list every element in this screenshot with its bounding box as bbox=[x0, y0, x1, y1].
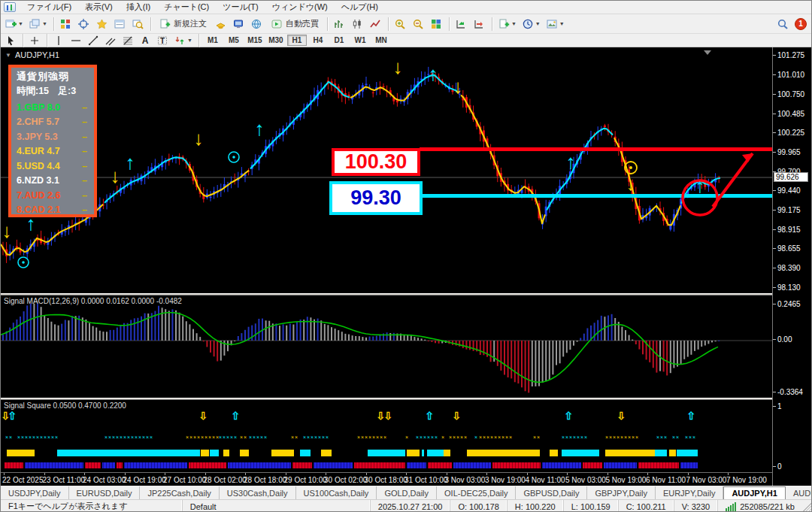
timeframe-m5[interactable]: M5 bbox=[224, 35, 244, 46]
resistance-price-label[interactable]: 100.30 bbox=[332, 148, 420, 176]
fibonacci-button[interactable] bbox=[120, 35, 136, 46]
text-button[interactable]: A bbox=[138, 35, 153, 46]
svg-text:×: × bbox=[368, 435, 371, 440]
chart-tab-us30cash-daily[interactable]: US30Cash,Daily bbox=[220, 486, 296, 499]
main-chart-pane[interactable]: ↓↑↓↑↓↑↓↑↓↑↓↑ ▼ AUDJPY,H1 通貨別強弱 時間:15 足:3… bbox=[1, 47, 772, 293]
new-chart-button[interactable]: ▼ bbox=[3, 17, 26, 32]
svg-text:×: × bbox=[613, 435, 616, 440]
bar-chart-button[interactable] bbox=[332, 17, 348, 32]
macd-indicator-pane[interactable]: Signal MACD(12,26,9) 0.0000 0.0162 0.000… bbox=[1, 295, 772, 398]
profiles-button[interactable]: ▼ bbox=[27, 17, 50, 32]
buy-arrow-marker: ↑ bbox=[566, 150, 576, 173]
menu-w[interactable]: ウィンドウ(W) bbox=[265, 1, 335, 13]
time-axis-label: 28 Oct 18:00 bbox=[244, 476, 286, 484]
crosshair-tool-button[interactable] bbox=[27, 35, 43, 46]
macd-label: Signal MACD(12,26,9) 0.0000 0.0162 0.000… bbox=[4, 297, 182, 305]
menu-i[interactable]: 挿入(I) bbox=[120, 1, 157, 13]
svg-text:×: × bbox=[537, 435, 540, 440]
svg-text:×: × bbox=[208, 435, 211, 440]
time-tick bbox=[326, 473, 326, 475]
svg-text:×: × bbox=[628, 435, 631, 440]
timeframe-m1[interactable]: M1 bbox=[203, 35, 223, 46]
timeframe-m15[interactable]: M15 bbox=[245, 35, 265, 46]
tile-windows-button[interactable] bbox=[429, 17, 445, 32]
horizontal-line-button[interactable] bbox=[68, 35, 84, 46]
terminal-button[interactable] bbox=[112, 17, 129, 32]
time-axis-label: 27 Oct 10:00 bbox=[163, 476, 206, 484]
svg-text:×: × bbox=[505, 435, 508, 440]
strength-title: 通貨別強弱 bbox=[17, 70, 94, 83]
support-price-label[interactable]: 99.30 bbox=[329, 181, 423, 215]
svg-text:×: × bbox=[416, 435, 419, 440]
data-window-button[interactable] bbox=[76, 17, 92, 32]
text-label-button[interactable]: T bbox=[155, 35, 171, 46]
line-chart-button[interactable] bbox=[368, 17, 384, 32]
zoom-in-button[interactable] bbox=[392, 17, 409, 32]
dropdown-arrow-icon[interactable]: ▼ bbox=[535, 21, 541, 26]
chart-tab-gbpjpy-daily[interactable]: GBPJPY,Daily bbox=[587, 486, 656, 499]
chart-tab-us100cash-daily[interactable]: US100Cash,Daily bbox=[296, 486, 377, 499]
auto-scroll-button[interactable] bbox=[453, 17, 470, 32]
dropdown-arrow-icon[interactable]: ▼ bbox=[187, 38, 192, 43]
menu-v[interactable]: 表示(V) bbox=[78, 1, 120, 13]
svg-text:×: × bbox=[311, 435, 314, 440]
timeframe-mn[interactable]: MN bbox=[371, 35, 391, 46]
chart-shift-button[interactable] bbox=[471, 17, 488, 32]
dropdown-arrow-icon[interactable]: ▼ bbox=[42, 21, 47, 26]
vertical-line-button[interactable] bbox=[51, 35, 67, 46]
timeframe-h4[interactable]: H4 bbox=[308, 35, 328, 46]
chart-tab-gold-daily[interactable]: GOLD,Daily bbox=[377, 486, 437, 499]
connection-bars-icon bbox=[726, 502, 736, 511]
metaeditor-button[interactable] bbox=[213, 17, 229, 32]
chart-tab-audjpy-h1[interactable]: AUDJPY,H1 bbox=[723, 486, 786, 499]
menu-f[interactable]: ファイル(F) bbox=[20, 1, 78, 13]
dropdown-arrow-icon[interactable]: ▼ bbox=[511, 21, 517, 26]
timeframe-w1[interactable]: W1 bbox=[350, 35, 370, 46]
collapse-triangle-icon[interactable]: ▼ bbox=[5, 52, 11, 59]
svg-text:×: × bbox=[361, 435, 364, 440]
indicators-button[interactable]: ▼ bbox=[496, 17, 519, 32]
community-button[interactable] bbox=[231, 17, 247, 32]
equidistant-channel-button[interactable] bbox=[103, 35, 119, 46]
strategy-tester-button[interactable] bbox=[130, 17, 147, 32]
templates-button[interactable]: ▼ bbox=[544, 17, 567, 32]
zoom-out-icon bbox=[413, 19, 424, 29]
trendline-button[interactable] bbox=[86, 35, 102, 46]
new-order-button[interactable]: 新規注文 bbox=[155, 17, 211, 32]
price-axis-tick: 98.915 bbox=[777, 226, 801, 234]
dropdown-arrow-icon[interactable]: ▼ bbox=[559, 21, 565, 26]
autotrade-button[interactable]: 自動売買 bbox=[267, 17, 323, 32]
svg-text:×: × bbox=[253, 435, 256, 440]
cursor-button[interactable] bbox=[3, 35, 19, 46]
time-axis[interactable]: 22 Oct 202523 Oct 11:0024 Oct 03:0024 Oc… bbox=[1, 472, 772, 486]
market-watch-button[interactable] bbox=[58, 17, 74, 32]
periods-button[interactable]: ▼ bbox=[520, 17, 543, 32]
menu-c[interactable]: チャート(C) bbox=[157, 1, 216, 13]
symbol-period-label: AUDJPY,H1 bbox=[15, 50, 59, 59]
chart-tab-gbpusd-daily[interactable]: GBPUSD,Daily bbox=[516, 486, 587, 499]
chart-tab-audusd-h1[interactable]: AUDUSD,H1 bbox=[786, 486, 812, 499]
timeframe-m30[interactable]: M30 bbox=[266, 35, 286, 46]
arrow-objects-button[interactable]: ▼ bbox=[172, 35, 195, 46]
notification-badge[interactable]: 1 bbox=[795, 18, 807, 30]
chart-tab-oil-dec25-daily[interactable]: OIL-DEC25,Daily bbox=[437, 486, 516, 499]
search-button[interactable] bbox=[774, 17, 791, 32]
market-button[interactable] bbox=[249, 17, 265, 32]
timeframe-h1[interactable]: H1 bbox=[287, 35, 307, 46]
chart-tab-eurjpy-daily[interactable]: EURJPY,Daily bbox=[656, 486, 724, 499]
signal-square-pane[interactable]: ⇩⇧⇩⇧⇩⇩⇧⇩⇧⇩⇧×××××××××××××××××××××××××××××… bbox=[1, 400, 772, 472]
price-axis[interactable]: 101.275101.010100.750100.485100.22599.96… bbox=[772, 47, 812, 486]
price-axis-tick: 99.440 bbox=[777, 186, 801, 195]
menu-t[interactable]: ツール(T) bbox=[216, 1, 265, 13]
candlestick-chart-button[interactable] bbox=[350, 17, 366, 32]
chart-tab-jp225cash-daily[interactable]: JP225Cash,Daily bbox=[140, 486, 219, 499]
chart-tab-eurusd-daily[interactable]: EURUSD,Daily bbox=[69, 486, 141, 499]
resize-grip[interactable] bbox=[802, 500, 812, 512]
svg-text:×: × bbox=[435, 435, 438, 440]
dropdown-arrow-icon[interactable]: ▼ bbox=[18, 21, 23, 26]
menu-h[interactable]: ヘルプ(H) bbox=[335, 1, 385, 13]
timeframe-d1[interactable]: D1 bbox=[329, 35, 349, 46]
navigator-button[interactable] bbox=[94, 17, 111, 32]
zoom-out-button[interactable] bbox=[411, 17, 427, 32]
chart-tab-usdjpy-daily[interactable]: USDJPY,Daily bbox=[1, 486, 69, 499]
